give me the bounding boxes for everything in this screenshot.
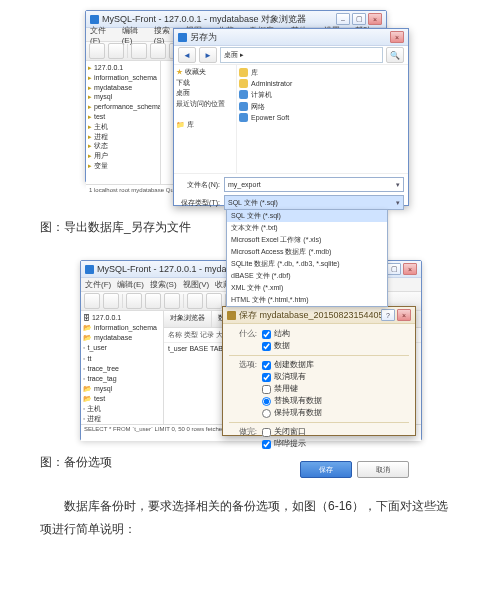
chk-create-db[interactable]: 创建数据库 bbox=[262, 359, 409, 371]
chk-beep[interactable]: 哔哔提示 bbox=[262, 438, 409, 450]
rdo-keep[interactable]: 保持现有数据 bbox=[262, 407, 409, 419]
tree-node[interactable]: information_schema bbox=[83, 323, 161, 333]
help-button[interactable]: ? bbox=[381, 309, 395, 321]
tree-node[interactable]: 变量 bbox=[88, 161, 158, 171]
db-tree[interactable]: 127.0.0.1 information_schema mydatabase … bbox=[86, 61, 161, 184]
dialog-close-button[interactable]: × bbox=[397, 309, 411, 321]
dialog-close-button[interactable]: × bbox=[390, 31, 404, 43]
menu-item[interactable]: 编辑(E) bbox=[122, 25, 148, 45]
tree-node[interactable]: 127.0.0.1 bbox=[83, 313, 161, 323]
filetype-select[interactable]: SQL 文件 (*.sql) bbox=[224, 195, 404, 210]
filetype-option[interactable]: SQL 文件 (*.sql) bbox=[227, 210, 387, 222]
backup-options-dialog: 保存 mydatabase_20150823154405.sql ? × 什么:… bbox=[222, 306, 416, 436]
tree-node[interactable]: performance_schema bbox=[88, 102, 158, 112]
save-button[interactable]: 保存 bbox=[300, 461, 352, 478]
toolbar-separator bbox=[122, 294, 123, 308]
filetype-option[interactable]: Microsoft Access 数据库 (*.mdb) bbox=[227, 246, 387, 258]
toolbar-button[interactable] bbox=[126, 293, 142, 309]
search-icon[interactable]: 🔍 bbox=[386, 47, 404, 63]
menu-item[interactable]: 视图(V) bbox=[183, 279, 210, 290]
tree-node[interactable]: t_user bbox=[83, 343, 161, 353]
toolbar-button[interactable] bbox=[187, 293, 203, 309]
network-icon bbox=[239, 102, 248, 111]
checkbox[interactable] bbox=[262, 373, 271, 382]
chk-structure[interactable]: 结构 bbox=[262, 328, 409, 340]
checkbox[interactable] bbox=[262, 361, 271, 370]
filetype-option[interactable]: HTML 文件 (*.html,*.htm) bbox=[227, 294, 387, 306]
breadcrumb[interactable]: 桌面 ▸ bbox=[220, 47, 383, 63]
checkbox[interactable] bbox=[262, 440, 271, 449]
toolbar-button[interactable] bbox=[145, 293, 161, 309]
nav-item[interactable]: 桌面 bbox=[176, 88, 234, 99]
cancel-button[interactable]: 取消 bbox=[357, 461, 409, 478]
toolbar-button[interactable] bbox=[108, 43, 124, 59]
tree-node[interactable]: mydatabase bbox=[88, 83, 158, 93]
filetype-option[interactable]: 文本文件 (*.txt) bbox=[227, 222, 387, 234]
chk-disable-keys[interactable]: 禁用键 bbox=[262, 383, 409, 395]
filename-input[interactable]: my_export bbox=[224, 177, 404, 192]
tree-node[interactable]: trace_tree bbox=[83, 364, 161, 374]
tree-node[interactable]: 主机 bbox=[88, 122, 158, 132]
tree-node[interactable]: mysql bbox=[83, 384, 161, 394]
file-item[interactable]: Epower Soft bbox=[239, 112, 406, 123]
menu-item[interactable]: 文件(F) bbox=[85, 279, 111, 290]
chk-drop-existing[interactable]: 取消现有 bbox=[262, 371, 409, 383]
tree-node[interactable]: 进程 bbox=[83, 414, 161, 424]
tree-node[interactable]: information_schema bbox=[88, 73, 158, 83]
tree-node[interactable]: test bbox=[88, 112, 158, 122]
close-button[interactable]: × bbox=[403, 263, 417, 275]
toolbar-separator bbox=[183, 294, 184, 308]
file-item[interactable]: Administrator bbox=[239, 78, 406, 89]
toolbar-button[interactable] bbox=[89, 43, 105, 59]
tree-node[interactable]: mysql bbox=[88, 92, 158, 102]
db-tree[interactable]: 127.0.0.1 information_schema mydatabase … bbox=[81, 311, 164, 424]
close-button[interactable]: × bbox=[368, 13, 382, 25]
minimize-button[interactable]: – bbox=[336, 13, 350, 25]
tree-node[interactable]: 状态 bbox=[88, 141, 158, 151]
filetype-option[interactable]: SQLite 数据库 (*.db, *.db3, *.sqlite) bbox=[227, 258, 387, 270]
file-item[interactable]: 库 bbox=[239, 67, 406, 78]
radio[interactable] bbox=[262, 397, 271, 406]
radio[interactable] bbox=[262, 409, 271, 418]
checkbox[interactable] bbox=[262, 428, 271, 437]
filetype-option[interactable]: XML 文件 (*.xml) bbox=[227, 282, 387, 294]
file-item[interactable]: 网络 bbox=[239, 101, 406, 112]
nav-favorites[interactable]: 收藏夹 bbox=[176, 67, 234, 78]
checkbox[interactable] bbox=[262, 385, 271, 394]
toolbar-button[interactable] bbox=[131, 43, 147, 59]
nav-item[interactable]: 最近访问的位置 bbox=[176, 99, 234, 110]
toolbar-separator bbox=[127, 44, 128, 58]
tree-node[interactable]: test bbox=[83, 394, 161, 404]
toolbar-button[interactable] bbox=[103, 293, 119, 309]
checkbox[interactable] bbox=[262, 330, 271, 339]
toolbar-button[interactable] bbox=[164, 293, 180, 309]
menu-item[interactable]: 搜索(S) bbox=[150, 279, 177, 290]
tree-node[interactable]: 进程 bbox=[88, 132, 158, 142]
toolbar-button[interactable] bbox=[84, 293, 100, 309]
file-list-pane: 库 Administrator 计算机 网络 Epower Soft bbox=[237, 65, 408, 173]
nav-back-button[interactable]: ◄ bbox=[178, 47, 196, 63]
tree-node[interactable]: tt bbox=[83, 354, 161, 364]
chk-data[interactable]: 数据 bbox=[262, 340, 409, 352]
tree-node[interactable]: trace_tag bbox=[83, 374, 161, 384]
filetype-option[interactable]: dBASE 文件 (*.dbf) bbox=[227, 270, 387, 282]
menu-item[interactable]: 编辑(E) bbox=[117, 279, 144, 290]
tree-node[interactable]: 用户 bbox=[88, 151, 158, 161]
chk-close-window[interactable]: 关闭窗口 bbox=[262, 426, 409, 438]
filetype-option[interactable]: Microsoft Excel 工作簿 (*.xls) bbox=[227, 234, 387, 246]
tab-object-browser[interactable]: 对象浏览器 bbox=[164, 311, 212, 327]
toolbar-button[interactable] bbox=[150, 43, 166, 59]
tree-node[interactable]: 127.0.0.1 bbox=[88, 63, 158, 73]
maximize-button[interactable]: ▢ bbox=[387, 263, 401, 275]
checkbox[interactable] bbox=[262, 342, 271, 351]
maximize-button[interactable]: ▢ bbox=[352, 13, 366, 25]
nav-libraries[interactable]: 库 bbox=[176, 120, 234, 131]
rdo-replace[interactable]: 替换现有数据 bbox=[262, 395, 409, 407]
menu-item[interactable]: 文件(F) bbox=[90, 25, 116, 45]
file-item[interactable]: 计算机 bbox=[239, 89, 406, 100]
tree-node[interactable]: 主机 bbox=[83, 404, 161, 414]
toolbar-button[interactable] bbox=[206, 293, 222, 309]
tree-node[interactable]: mydatabase bbox=[83, 333, 161, 343]
nav-fwd-button[interactable]: ► bbox=[199, 47, 217, 63]
nav-item[interactable]: 下载 bbox=[176, 78, 234, 89]
